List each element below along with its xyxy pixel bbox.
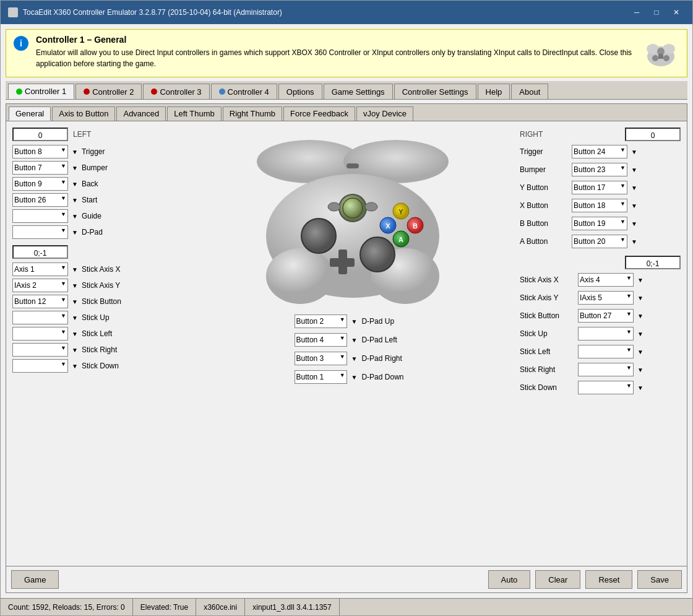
left-dpad-select[interactable] [12,225,68,239]
left-stickup-select[interactable] [12,311,68,324]
right-stickbtn-select-wrapper: Button 27 [578,309,634,323]
subtab-force-feedback[interactable]: Force Feedback [283,106,355,121]
right-trigger-select-wrapper: Button 24 [572,145,627,158]
subtab-left-thumb[interactable]: Left Thumb [167,106,222,121]
tab-controller1[interactable]: Controller 1 [8,84,74,99]
tab-controller-settings[interactable]: Controller Settings [394,84,476,99]
dpad-left-select[interactable]: Button 4 [295,333,347,347]
dpad-left-label: D-Pad Left [361,336,411,344]
right-stickdown-label: Stick Down [520,383,575,392]
subtab-right-thumb[interactable]: Right Thumb [223,106,282,121]
left-back-select-wrapper: Button 9 [12,177,68,191]
right-stickbtn-select[interactable]: Button 27 [578,309,634,323]
left-start-label: Start [82,196,131,204]
right-x-select[interactable]: Button 18 [572,199,627,212]
left-trigger-select[interactable]: Button 8 [12,145,68,158]
right-header-row: RIGHT 0 [520,128,681,141]
svg-text:Y: Y [398,208,403,215]
right-y-select[interactable]: Button 17 [572,181,627,194]
right-b-label: B Button [520,219,569,228]
right-stickright-row: Stick Right ▼ [520,363,681,376]
dpad-left-row: Button 4 ▼ D-Pad Left [295,333,411,347]
left-sticky-select-wrapper: IAxis 2 [12,279,68,292]
tab-controller4[interactable]: Controller 4 [211,84,277,99]
maximize-button[interactable]: □ [648,6,665,19]
left-stickx-select[interactable]: Axis 1 [12,262,68,276]
right-sticky-select[interactable]: IAxis 5 [578,291,634,305]
center-column: Y X [192,128,514,560]
right-a-select[interactable]: Button 20 [572,235,627,248]
right-axis-value-row: 0;-1 [520,256,681,269]
left-stickright-row: ▼ Stick Right [12,343,186,357]
subtab-vjoy[interactable]: vJoy Device [356,106,413,121]
right-stickup-label: Stick Up [520,329,575,338]
tab-controller2[interactable]: Controller 2 [75,84,142,99]
minimize-button[interactable]: ─ [628,6,645,19]
svg-text:A: A [398,236,403,243]
right-b-select[interactable]: Button 19 [572,217,627,230]
tab-help[interactable]: Help [478,84,510,99]
controller-image: Y X [251,128,455,307]
left-trigger-select-wrapper: Button 8 [12,145,68,158]
right-trigger-select[interactable]: Button 24 [572,145,627,158]
left-stickleft-select[interactable] [12,327,68,341]
right-bumper-select[interactable]: Button 23 [572,163,627,176]
right-stickleft-select[interactable] [578,345,634,358]
subtab-axis-to-button[interactable]: Axis to Button [52,106,115,121]
left-stickleft-row: ▼ Stick Left [12,327,186,341]
right-stickx-select[interactable]: Axis 4 [578,273,634,287]
left-back-select[interactable]: Button 9 [12,177,68,191]
right-mappings: Trigger Button 24 ▼ Bumper [520,145,681,251]
right-stickup-row: Stick Up ▼ [520,327,681,341]
dpad-right-select[interactable]: Button 3 [295,352,347,365]
tab-options[interactable]: Options [278,84,322,99]
right-stickup-select-wrapper [578,327,634,341]
right-trigger-row: Trigger Button 24 ▼ [520,145,681,158]
left-bumper-label: Bumper [82,163,131,172]
svg-text:X: X [385,222,390,230]
right-stickup-select[interactable] [578,327,634,341]
left-bumper-select[interactable]: Button 7 [12,161,68,175]
game-button[interactable]: Game [11,570,59,589]
right-stickright-select[interactable] [578,363,634,376]
left-stick-section: 0;-1 Axis 1 ▼ Stick Axis X [12,245,186,375]
left-start-select[interactable]: Button 26 [12,193,68,207]
right-sticky-select-wrapper: IAxis 5 [578,291,634,305]
svg-point-4 [652,55,658,61]
left-guide-select[interactable] [12,209,68,223]
left-stickbtn-select[interactable]: Button 12 [12,295,68,308]
subtab-general[interactable]: General [9,106,51,121]
left-stickdown-row: ▼ Stick Down [12,359,186,373]
auto-button[interactable]: Auto [488,570,531,589]
right-stickdown-select[interactable] [578,381,634,394]
title-bar-controls: ─ □ ✕ [628,6,685,19]
left-start-row: Button 26 ▼ Start [12,193,186,207]
right-a-label: A Button [520,237,569,246]
svg-rect-28 [346,163,359,168]
left-stickdown-select[interactable] [12,359,68,373]
controller-svg: Y X [251,128,455,307]
left-stickdown-select-wrapper [12,359,68,373]
left-sticky-select[interactable]: IAxis 2 [12,279,68,292]
close-button[interactable]: ✕ [668,6,685,19]
dpad-left-select-wrapper: Button 4 [295,333,347,347]
right-stickbtn-label: Stick Button [520,311,575,320]
status-dll: xinput1_3.dll 3.4.1.1357 [245,599,339,615]
clear-button[interactable]: Clear [535,570,580,589]
left-stickright-select[interactable] [12,343,68,357]
tab-about[interactable]: About [511,84,548,99]
left-section-label: LEFT [73,130,91,139]
main-window: TocaEdit X360 Controller Emulator 3.2.8.… [0,0,693,616]
info-icon: i [14,36,28,51]
ctrl1-dot [16,89,22,95]
svg-point-2 [663,44,675,54]
dpad-down-select[interactable]: Button 1 [295,370,347,384]
reset-button[interactable]: Reset [585,570,632,589]
top-tab-bar: Controller 1 Controller 2 Controller 3 C… [6,81,687,100]
tab-game-settings[interactable]: Game Settings [324,84,393,99]
right-x-row: X Button Button 18 ▼ [520,199,681,212]
dpad-up-select[interactable]: Button 2 [295,315,347,328]
subtab-advanced[interactable]: Advanced [116,106,166,121]
save-button[interactable]: Save [637,570,682,589]
tab-controller3[interactable]: Controller 3 [143,84,209,99]
